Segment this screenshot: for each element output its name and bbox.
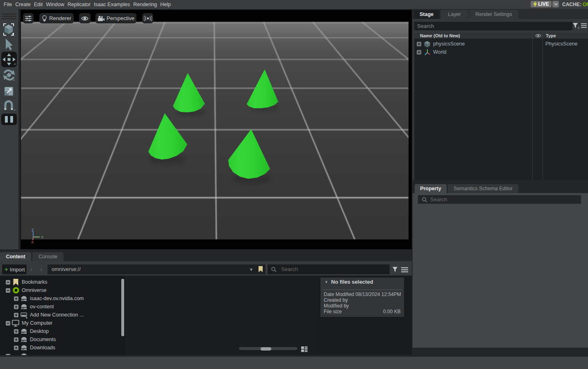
svg-text:Z: Z bbox=[32, 228, 34, 232]
svg-text:X: X bbox=[31, 240, 34, 244]
svg-text:Y: Y bbox=[41, 235, 43, 239]
